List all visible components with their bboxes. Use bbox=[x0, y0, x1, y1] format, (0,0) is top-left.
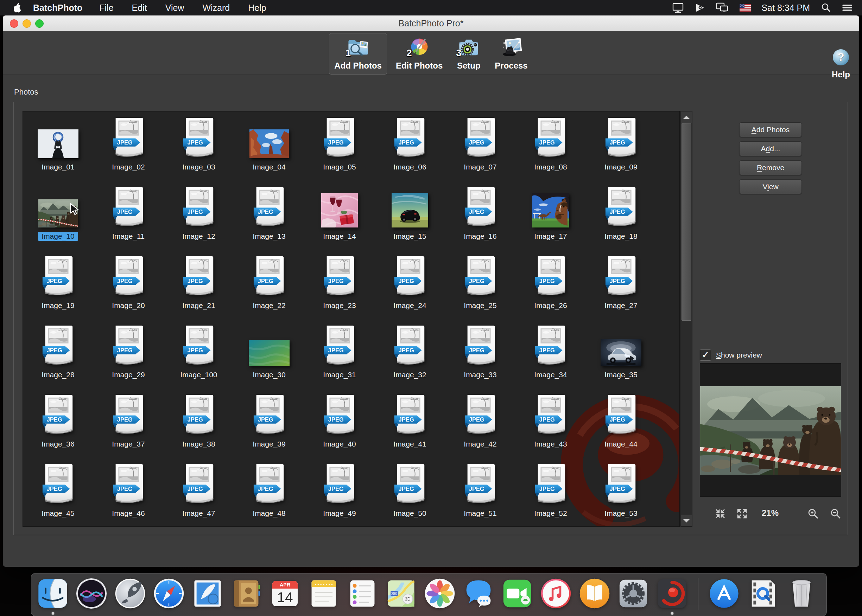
photo-item-image-13[interactable]: Image_13 bbox=[234, 181, 304, 250]
photo-item-image-36[interactable]: Image_36 bbox=[23, 388, 93, 458]
photo-item-image-05[interactable]: Image_05 bbox=[304, 112, 375, 181]
toolbar-item-add-photos[interactable]: 1 Add Photos bbox=[329, 33, 387, 75]
dock-item-batchphoto-icon[interactable] bbox=[656, 577, 689, 610]
dock-item-app-store-icon[interactable] bbox=[708, 577, 741, 610]
photo-item-image-22[interactable]: Image_22 bbox=[234, 250, 304, 319]
menu-wizard[interactable]: Wizard bbox=[202, 3, 230, 13]
zoom-expand-icon[interactable] bbox=[736, 508, 748, 519]
photo-item-image-42[interactable]: Image_42 bbox=[445, 388, 515, 458]
photo-item-image-33[interactable]: Image_33 bbox=[445, 319, 515, 388]
dock-item-launchpad-icon[interactable] bbox=[113, 577, 147, 610]
add-photos-button[interactable]: Add Photos bbox=[739, 123, 802, 137]
menu-clock[interactable]: Sat 8:34 PM bbox=[761, 3, 810, 13]
menu-file[interactable]: File bbox=[99, 3, 113, 13]
menu-help[interactable]: Help bbox=[248, 3, 266, 13]
dock-item-itunes-icon[interactable] bbox=[539, 577, 572, 610]
dock-item-safari-icon[interactable] bbox=[152, 577, 185, 610]
photo-item-image-21[interactable]: Image_21 bbox=[164, 250, 234, 319]
dock-item-photos-icon[interactable] bbox=[423, 577, 456, 610]
photo-item-image-01[interactable]: Image_01 bbox=[23, 112, 93, 181]
dock-item-siri-icon[interactable] bbox=[75, 577, 108, 610]
scroll-up-button[interactable] bbox=[681, 112, 692, 123]
photo-item-image-52[interactable]: Image_52 bbox=[515, 458, 586, 527]
photo-item-image-35[interactable]: Image_35 bbox=[586, 319, 656, 388]
photo-item-image-32[interactable]: Image_32 bbox=[375, 319, 445, 388]
toolbar-item-process[interactable]: Process bbox=[489, 33, 533, 75]
dock-item-system-preferences-icon[interactable] bbox=[617, 577, 650, 610]
view-button[interactable]: View bbox=[739, 179, 802, 194]
photo-item-image-14[interactable]: Image_14 bbox=[304, 181, 375, 250]
photo-item-image-17[interactable]: Image_17 bbox=[515, 181, 586, 250]
photo-item-image-31[interactable]: Image_31 bbox=[304, 319, 375, 388]
menu-edit[interactable]: Edit bbox=[132, 3, 147, 13]
dock-item-mail-icon[interactable] bbox=[191, 577, 224, 610]
photo-item-image-38[interactable]: Image_38 bbox=[164, 388, 234, 458]
dock-item-finder-icon[interactable] bbox=[36, 577, 69, 610]
title-bar[interactable]: BatchPhoto Pro* bbox=[3, 16, 859, 31]
photo-item-image-19[interactable]: Image_19 bbox=[23, 250, 93, 319]
photo-item-image-45[interactable]: Image_45 bbox=[23, 458, 93, 527]
photo-item-image-30[interactable]: Image_30 bbox=[234, 319, 304, 388]
photo-item-image-26[interactable]: Image_26 bbox=[515, 250, 586, 319]
photo-item-image-16[interactable]: Image_16 bbox=[445, 181, 515, 250]
close-button[interactable] bbox=[10, 19, 18, 28]
photo-item-image-37[interactable]: Image_37 bbox=[93, 388, 164, 458]
zoom-out-icon[interactable] bbox=[830, 508, 841, 519]
zoom-in-icon[interactable] bbox=[807, 508, 819, 519]
grid-scrollbar[interactable] bbox=[681, 111, 692, 527]
photo-item-image-27[interactable]: Image_27 bbox=[586, 250, 656, 319]
screen-record-icon[interactable] bbox=[695, 2, 705, 13]
menu-app-name[interactable]: BatchPhoto bbox=[33, 3, 82, 13]
dock-item-messages-icon[interactable] bbox=[462, 577, 495, 610]
photo-item-image-23[interactable]: Image_23 bbox=[304, 250, 375, 319]
dock-item-trash-icon[interactable] bbox=[785, 577, 818, 610]
minimize-button[interactable] bbox=[22, 19, 31, 28]
add-button[interactable]: Add... bbox=[739, 141, 802, 156]
dock-item-contacts-icon[interactable] bbox=[230, 577, 263, 610]
photo-item-image-07[interactable]: Image_07 bbox=[445, 112, 515, 181]
photo-item-image-51[interactable]: Image_51 bbox=[445, 458, 515, 527]
photo-item-image-08[interactable]: Image_08 bbox=[515, 112, 586, 181]
photo-item-image-10[interactable]: Image_10 bbox=[23, 181, 93, 250]
photo-item-image-18[interactable]: Image_18 bbox=[586, 181, 656, 250]
photo-item-image-11[interactable]: Image_11 bbox=[93, 181, 164, 250]
dock-item-facetime-icon[interactable] bbox=[501, 577, 534, 610]
photo-item-image-25[interactable]: Image_25 bbox=[445, 250, 515, 319]
dock-item-maps-icon[interactable]: 2803D bbox=[385, 577, 418, 610]
photo-item-image-24[interactable]: Image_24 bbox=[375, 250, 445, 319]
photo-item-image-39[interactable]: Image_39 bbox=[234, 388, 304, 458]
menu-view[interactable]: View bbox=[165, 3, 184, 13]
photo-item-image-03[interactable]: Image_03 bbox=[164, 112, 234, 181]
dock-item-notes-icon[interactable] bbox=[307, 577, 340, 610]
photo-item-image-34[interactable]: Image_34 bbox=[515, 319, 586, 388]
photo-item-image-100[interactable]: Image_100 bbox=[164, 319, 234, 388]
show-preview-control[interactable]: ✓ Show preview bbox=[700, 349, 762, 361]
toolbar-help[interactable]: ? Help bbox=[832, 49, 850, 79]
scroll-down-button[interactable] bbox=[681, 515, 692, 526]
photo-item-image-15[interactable]: Image_15 bbox=[375, 181, 445, 250]
photo-item-image-47[interactable]: Image_47 bbox=[164, 458, 234, 527]
dock-item-quicktime-icon[interactable] bbox=[746, 577, 779, 610]
photo-item-image-02[interactable]: Image_02 bbox=[93, 112, 164, 181]
photo-item-image-44[interactable]: Image_44 bbox=[586, 388, 656, 458]
scrollbar-thumb[interactable] bbox=[681, 123, 691, 321]
spotlight-icon[interactable] bbox=[821, 2, 831, 13]
toolbar-item-edit-photos[interactable]: 2 Edit Photos bbox=[391, 33, 448, 75]
photo-item-image-48[interactable]: Image_48 bbox=[234, 458, 304, 527]
photo-item-image-20[interactable]: Image_20 bbox=[93, 250, 164, 319]
dock-item-calendar-icon[interactable]: APR14 bbox=[268, 577, 301, 610]
photo-item-image-28[interactable]: Image_28 bbox=[23, 319, 93, 388]
remove-button[interactable]: Remove bbox=[739, 160, 802, 175]
toolbar-item-setup[interactable]: 3 Setup bbox=[451, 33, 486, 75]
photo-item-image-50[interactable]: Image_50 bbox=[375, 458, 445, 527]
display-icon[interactable] bbox=[672, 2, 684, 13]
photo-item-image-53[interactable]: Image_53 bbox=[586, 458, 656, 527]
show-preview-checkbox[interactable]: ✓ bbox=[700, 349, 711, 361]
dock-item-ibooks-icon[interactable] bbox=[578, 577, 611, 610]
photo-item-image-29[interactable]: Image_29 bbox=[93, 319, 164, 388]
us-flag-icon[interactable] bbox=[739, 4, 751, 12]
apple-menu-icon[interactable] bbox=[12, 2, 21, 13]
photo-item-image-04[interactable]: Image_04 bbox=[234, 112, 304, 181]
photo-item-image-40[interactable]: Image_40 bbox=[304, 388, 375, 458]
zoom-button[interactable] bbox=[35, 19, 44, 28]
